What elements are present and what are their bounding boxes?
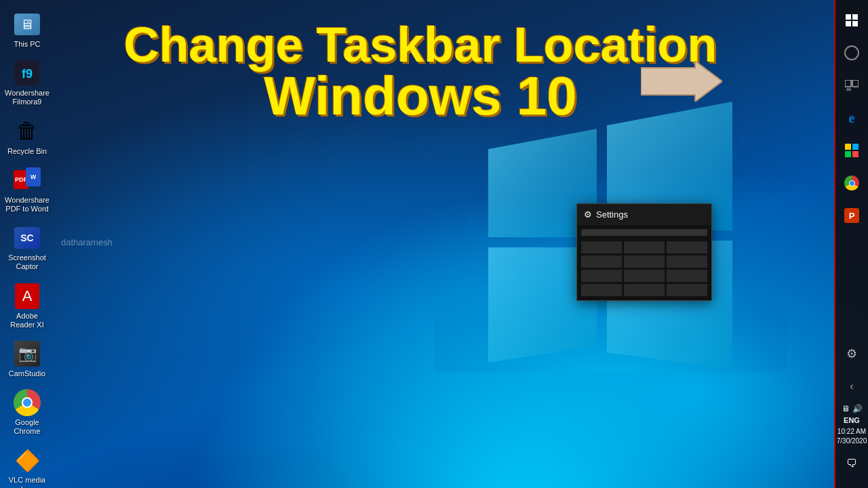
- svg-rect-17: [846, 88, 851, 91]
- desktop-icon-adobe-reader[interactable]: A AdobeReader XI: [0, 279, 54, 333]
- pdf-to-word-label: WondersharePDF to Word: [5, 196, 50, 214]
- svg-text:f9: f9: [22, 67, 33, 81]
- settings-cell-12: [667, 284, 707, 296]
- settings-cell-9: [667, 270, 707, 282]
- search-circle-icon: [844, 45, 859, 60]
- adobe-reader-label: AdobeReader XI: [10, 312, 44, 329]
- svg-rect-18: [845, 144, 851, 150]
- filmora-label: WondershareFilmora9: [5, 89, 50, 106]
- task-view-button[interactable]: [837, 70, 867, 100]
- svg-rect-12: [852, 14, 858, 20]
- settings-cell-6: [667, 256, 707, 268]
- search-button[interactable]: [837, 38, 867, 68]
- chevron-button[interactable]: ‹: [837, 371, 867, 401]
- svg-rect-19: [852, 144, 859, 150]
- svg-rect-14: [852, 21, 858, 26]
- recycle-bin-icon: 🗑: [16, 119, 38, 144]
- task-view-icon: [845, 80, 859, 91]
- desktop-icon-screenshot-captor[interactable]: SC ScreenshotCaptor: [0, 220, 54, 275]
- chrome-icon: [14, 389, 41, 416]
- vlc-label: VLC mediaplayer: [9, 476, 45, 488]
- settings-cell-10: [581, 284, 622, 296]
- settings-cell-4: [581, 256, 622, 268]
- camstudio-icon: 📷: [14, 341, 40, 367]
- screenshot-captor-label: ScreenshotCaptor: [8, 253, 46, 271]
- settings-cell-1: [581, 241, 622, 253]
- desktop-icon-this-pc[interactable]: 🖥 This PC: [0, 7, 54, 53]
- settings-title: Settings: [596, 209, 628, 220]
- notification-icon: 🗨: [846, 458, 857, 470]
- edge-icon: e: [849, 110, 855, 126]
- date-display: 7/30/2020: [837, 436, 867, 446]
- edge-button[interactable]: e: [837, 103, 867, 133]
- settings-grid: [581, 241, 707, 296]
- settings-popup-content: [577, 225, 711, 300]
- title-line1: Change Taskbar Location: [122, 20, 719, 69]
- right-taskbar: e P ⚙ ‹ 🖥 🔊 EN: [834, 0, 868, 488]
- svg-rect-11: [846, 14, 851, 20]
- settings-cell-5: [624, 256, 665, 268]
- desktop-icon-google-chrome[interactable]: GoogleChrome: [0, 385, 54, 440]
- volume-icon[interactable]: 🔊: [852, 404, 863, 413]
- watermark-text: datharamesh: [61, 237, 113, 247]
- powerpoint-icon: P: [844, 208, 859, 223]
- google-chrome-label: GoogleChrome: [14, 418, 40, 436]
- svg-rect-21: [852, 151, 859, 157]
- settings-popup: ⚙ Settings: [576, 203, 712, 301]
- time-display: 10:22 AM: [837, 427, 867, 436]
- chrome-taskbar-icon: [844, 176, 859, 190]
- svg-rect-15: [845, 80, 851, 87]
- settings-cell-7: [581, 270, 622, 282]
- chrome-taskbar-button[interactable]: [837, 168, 867, 198]
- camstudio-label: CamStudio: [9, 369, 45, 378]
- desktop-icon-pdf-to-word[interactable]: PDF W WondersharePDF to Word: [0, 163, 54, 218]
- desktop-icon-vlc[interactable]: 🔶 VLC mediaplayer: [0, 443, 54, 488]
- svg-rect-16: [852, 80, 859, 87]
- overlay-title: Change Taskbar Location Windows 10: [122, 20, 719, 123]
- network-icon[interactable]: 🖥: [842, 404, 850, 413]
- recycle-bin-label: Recycle Bin: [7, 147, 47, 156]
- settings-gear-icon: ⚙: [584, 209, 592, 220]
- settings-cell-3: [667, 241, 707, 253]
- this-pc-icon: 🖥: [14, 14, 40, 35]
- desktop-icon-recycle-bin[interactable]: 🗑 Recycle Bin: [0, 114, 54, 160]
- desktop-icon-camstudio[interactable]: 📷 CamStudio: [0, 336, 54, 382]
- settings-cell-8: [624, 270, 665, 282]
- taskbar-system-area: ⚙ ‹ 🖥 🔊 ENG 10:22 AM 7/30/2020 🗨: [837, 339, 867, 483]
- vlc-icon: 🔶: [14, 447, 40, 473]
- this-pc-label: This PC: [14, 40, 40, 49]
- svg-marker-8: [641, 61, 722, 102]
- settings-button[interactable]: ⚙: [837, 339, 867, 369]
- language-indicator[interactable]: ENG: [844, 416, 860, 424]
- arrow-icon: [641, 61, 722, 102]
- svg-rect-20: [845, 151, 851, 157]
- settings-icon: ⚙: [846, 346, 857, 361]
- filmora-icon: f9: [14, 60, 40, 86]
- powerpoint-button[interactable]: P: [837, 201, 867, 230]
- chevron-left-icon: ‹: [850, 380, 853, 392]
- store-button[interactable]: [837, 136, 867, 165]
- notification-button[interactable]: 🗨: [837, 449, 867, 479]
- desktop-icons-container: 🖥 This PC f9 WondershareFilmora9 🗑 Recyc…: [0, 0, 54, 488]
- adobe-reader-icon: A: [15, 283, 39, 309]
- system-tray-icons: 🖥 🔊: [842, 404, 863, 413]
- settings-popup-header: ⚙ Settings: [577, 204, 711, 225]
- clock-display[interactable]: 10:22 AM 7/30/2020: [837, 427, 867, 446]
- pdf-to-word-icon: PDF W: [14, 167, 41, 193]
- title-line2: Windows 10: [122, 69, 719, 123]
- svg-rect-13: [846, 21, 851, 26]
- screenshot-captor-icon: SC: [14, 227, 40, 249]
- store-icon: [845, 144, 859, 157]
- settings-search-bar: [581, 229, 707, 236]
- desktop-icon-filmora[interactable]: f9 WondershareFilmora9: [0, 56, 54, 110]
- settings-cell-2: [624, 241, 665, 253]
- start-button[interactable]: [837, 5, 867, 35]
- settings-cell-11: [624, 284, 665, 296]
